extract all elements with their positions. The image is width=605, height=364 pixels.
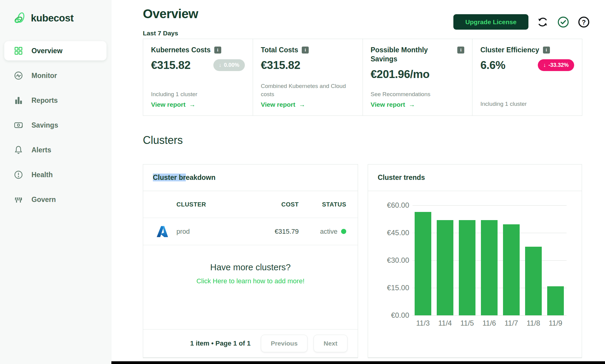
info-icon[interactable]: i (543, 47, 550, 54)
page-title: Overview (143, 7, 198, 21)
column-cost[interactable]: COST (247, 201, 299, 208)
monitor-pulse-icon (13, 70, 24, 81)
stat-card-title: Possible Monthly Savings (371, 46, 452, 64)
sidebar-item-label: Monitor (31, 72, 57, 80)
barrier-icon (13, 194, 24, 205)
info-icon[interactable]: i (457, 47, 464, 54)
more-clusters-title: Have more clusters? (210, 262, 291, 272)
cluster-trends-card: Cluster trends €60.00€45.00€30.00€15.00€… (368, 164, 582, 358)
chart-bar[interactable] (437, 220, 453, 315)
bar-chart-icon (13, 95, 24, 106)
pagination-footer: 1 item • Page 1 of 1 Previous Next (143, 330, 358, 357)
cluster-breakdown-title: Cluster breakdown (153, 174, 215, 182)
stat-card-title: Total Costs (261, 46, 298, 55)
column-cluster[interactable]: CLUSTER (176, 201, 247, 208)
azure-icon (143, 225, 176, 239)
sidebar-item-savings[interactable]: Savings (4, 115, 107, 135)
stat-card-subtitle: Including 1 cluster (151, 90, 245, 99)
more-clusters-block: Have more clusters? Click Here to learn … (143, 245, 358, 330)
chart-bar[interactable] (547, 286, 564, 315)
chart-bar[interactable] (459, 220, 475, 315)
cluster-cost: €315.79 (247, 228, 299, 236)
x-axis-tick: 11/8 (523, 319, 544, 327)
y-axis-tick: €0.00 (368, 311, 409, 320)
sidebar: kubecost Overview Monitor (0, 0, 111, 364)
sidebar-item-govern[interactable]: Govern (4, 190, 107, 209)
period-label: Last 7 Days (143, 30, 178, 37)
y-axis-tick: €15.00 (368, 284, 409, 292)
chart-bar[interactable] (503, 224, 520, 315)
sidebar-item-label: Alerts (31, 146, 51, 154)
previous-button[interactable]: Previous (261, 335, 307, 352)
table-row[interactable]: prod €315.79 active (143, 218, 358, 245)
gridline (413, 205, 567, 206)
sidebar-item-label: Health (31, 171, 53, 179)
sidebar-item-alerts[interactable]: Alerts (4, 140, 107, 160)
chart-bar[interactable] (415, 212, 431, 315)
view-report-link[interactable]: View report→ (371, 101, 415, 108)
stat-card-title: Cluster Efficiency (480, 46, 539, 55)
arrow-down-icon: ↓ (543, 62, 546, 68)
upgrade-license-button[interactable]: Upgrade License (453, 14, 528, 30)
pagination-info: 1 item • Page 1 of 1 (190, 340, 251, 347)
svg-text:?: ? (582, 18, 586, 26)
alert-circle-icon (13, 170, 24, 180)
cluster-status: active (299, 228, 358, 236)
sidebar-item-label: Reports (31, 96, 58, 105)
stat-card-monthly-savings: Possible Monthly Savings i €201.96/mo Se… (363, 39, 473, 116)
refresh-icon[interactable] (536, 16, 549, 28)
sidebar-item-monitor[interactable]: Monitor (4, 66, 107, 85)
stat-card-kubernetes-costs: Kubernetes Costs i €315.82 ↓ 0.00% Inclu… (143, 39, 253, 116)
stat-card-subtitle: See Recommendations (371, 90, 465, 99)
add-clusters-link[interactable]: Click Here to learn how to add more! (196, 277, 304, 285)
sidebar-item-reports[interactable]: Reports (4, 91, 107, 110)
clusters-heading: Clusters (143, 134, 183, 147)
sidebar-item-label: Overview (31, 47, 62, 55)
header-actions: Upgrade License ? (453, 14, 590, 30)
help-icon[interactable]: ? (577, 16, 590, 28)
view-report-link[interactable]: View report→ (261, 101, 305, 108)
stat-card-total-costs: Total Costs i €315.82 Combined Kubernete… (253, 39, 363, 116)
stat-card-subtitle: Including 1 cluster (480, 100, 574, 108)
kubecost-logo[interactable]: kubecost (0, 0, 111, 25)
window-bottom-edge (111, 361, 605, 364)
kubecost-logo-icon (13, 11, 27, 25)
info-icon[interactable]: i (214, 47, 221, 54)
sidebar-item-health[interactable]: Health (4, 165, 107, 184)
arrow-right-icon: → (189, 101, 196, 108)
grid-icon (13, 46, 24, 56)
y-axis-tick: €30.00 (368, 256, 409, 265)
check-circle-icon[interactable] (557, 16, 570, 28)
chart-bar[interactable] (525, 247, 542, 315)
app-name: kubecost (31, 12, 74, 24)
x-axis-tick: 11/7 (501, 319, 522, 327)
sidebar-item-overview[interactable]: Overview (4, 41, 107, 60)
change-badge: ↓ -33.32% (538, 59, 574, 71)
stat-card-title: Kubernetes Costs (151, 46, 211, 55)
x-axis-tick: 11/6 (478, 319, 500, 327)
arrow-right-icon: → (299, 101, 305, 108)
arrow-down-icon: ↓ (219, 62, 222, 68)
arrow-right-icon: → (409, 101, 415, 108)
x-axis-tick: 11/5 (456, 319, 478, 327)
x-axis-tick: 11/9 (545, 319, 567, 327)
cluster-breakdown-header: Cluster breakdown (143, 164, 358, 191)
view-report-link[interactable]: View report→ (151, 101, 196, 108)
x-axis-tick: 11/4 (434, 319, 456, 327)
change-badge: ↓ 0.00% (213, 59, 245, 71)
y-axis-tick: €45.00 (368, 229, 409, 237)
stat-cards-row: Kubernetes Costs i €315.82 ↓ 0.00% Inclu… (143, 39, 582, 116)
selected-text: Cluster br (153, 174, 186, 181)
bell-icon (13, 145, 24, 155)
chart-bar[interactable] (481, 220, 498, 315)
next-button[interactable]: Next (314, 335, 347, 352)
stat-card-value: €315.82 (261, 59, 300, 72)
stat-card-value: 6.6% (480, 59, 505, 72)
gridline (413, 315, 567, 316)
sidebar-item-label: Savings (31, 121, 58, 129)
sidebar-nav: Overview Monitor Reports (0, 41, 111, 209)
info-icon[interactable]: i (302, 47, 309, 54)
stat-card-value: €201.96/mo (371, 68, 430, 81)
column-status[interactable]: STATUS (299, 201, 358, 208)
chart-plot (413, 205, 567, 315)
